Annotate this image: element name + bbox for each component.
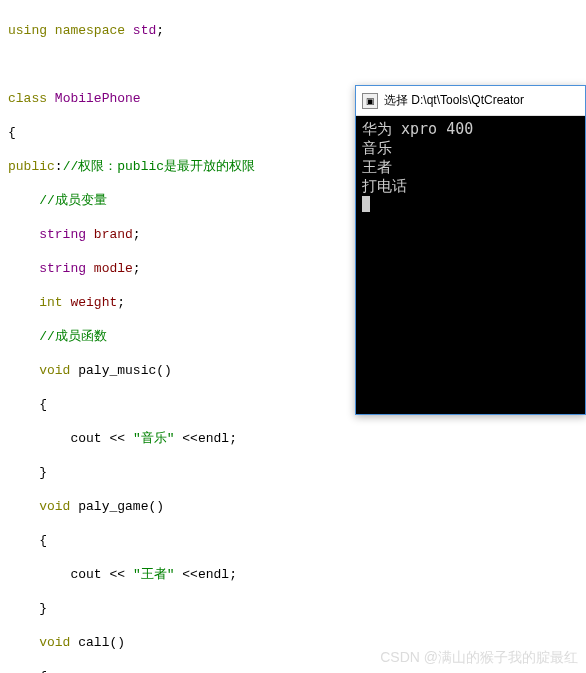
code-line: cout << "王者" <<endl; bbox=[8, 566, 578, 583]
console-title: 选择 D:\qt\Tools\QtCreator bbox=[384, 92, 524, 109]
code-line bbox=[8, 56, 578, 73]
code-line: } bbox=[8, 600, 578, 617]
console-cursor bbox=[362, 196, 370, 212]
code-line: void call() bbox=[8, 634, 578, 651]
console-line: 音乐 bbox=[362, 139, 579, 158]
console-window[interactable]: ▣ 选择 D:\qt\Tools\QtCreator 华为 xpro 400 音… bbox=[355, 85, 586, 415]
code-line: { bbox=[8, 532, 578, 549]
console-line: 王者 bbox=[362, 158, 579, 177]
code-line: void paly_game() bbox=[8, 498, 578, 515]
console-output: 华为 xpro 400 音乐 王者 打电话 bbox=[356, 116, 585, 414]
console-titlebar[interactable]: ▣ 选择 D:\qt\Tools\QtCreator bbox=[356, 86, 585, 116]
code-line: } bbox=[8, 464, 578, 481]
console-line: 打电话 bbox=[362, 177, 579, 196]
code-line: { bbox=[8, 668, 578, 673]
console-app-icon: ▣ bbox=[362, 93, 378, 109]
code-line: cout << "音乐" <<endl; bbox=[8, 430, 578, 447]
code-line: using namespace std; bbox=[8, 22, 578, 39]
console-line: 华为 xpro 400 bbox=[362, 120, 579, 139]
